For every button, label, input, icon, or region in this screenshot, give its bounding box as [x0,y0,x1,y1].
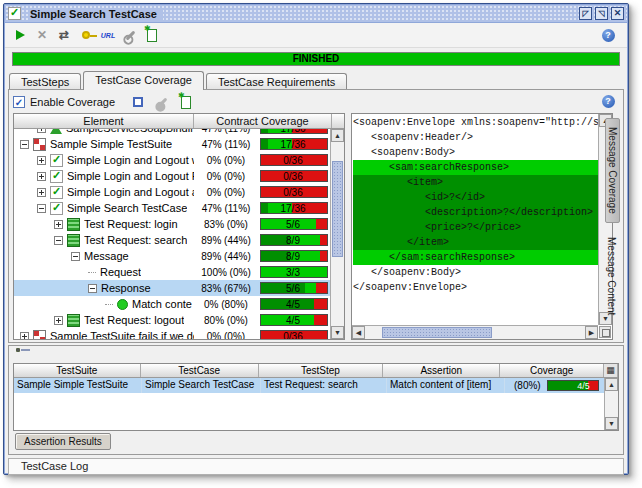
tree-row[interactable]: Match conte0% (80%)4/5 [14,296,330,312]
help-button[interactable]: ? [599,26,617,44]
settings-button[interactable] [121,26,139,44]
xml-line: <sam:searchResponse> [353,160,598,175]
tree-row-percentage: 47% (11%) [194,203,258,214]
xml-line: <description>?</description> [353,205,598,220]
scroll-down-icon[interactable]: ▼ [605,417,618,430]
tree-row[interactable]: Sample TestSuite fails if we don't0% (0%… [14,328,330,339]
expand-icon[interactable] [37,172,46,181]
assertion-list-icon[interactable] [16,349,30,362]
side-tab-message-content[interactable]: Message Content [605,229,618,323]
column-header-testsuite[interactable]: TestSuite [14,364,141,377]
expand-icon[interactable] [37,129,46,133]
auth-button[interactable] [77,26,95,44]
maximize-button[interactable]: ◹ [595,7,608,20]
tree-row[interactable]: Simple Login and Logout Prop0% (0%)0/36 [14,168,330,184]
enable-coverage-checkbox[interactable]: ✓ [13,96,25,108]
table-options-icon[interactable] [604,364,618,377]
column-header-teststep[interactable]: TestStep [259,364,384,377]
scroll-up-icon[interactable]: ▲ [331,129,344,142]
close-button[interactable]: ✕ [611,7,624,20]
column-header-assertion[interactable]: Assertion [383,364,500,377]
configure-wrench-icon [157,97,167,107]
collapse-icon[interactable] [37,204,46,213]
xml-editor[interactable]: <soapenv:Envelope xmlns:soapenv="http://… [353,115,598,325]
expand-icon[interactable] [37,188,46,197]
tree-row[interactable]: Test Request: login83% (0%)5/6 [14,216,330,232]
side-tab-message-coverage[interactable]: Message Coverage [605,118,620,223]
tree-row[interactable]: Request100% (0%)3/3 [14,264,330,280]
tree-row-coverage-cell: 8/9 [258,234,330,246]
expand-icon[interactable] [37,156,46,165]
stop-button[interactable] [129,93,147,111]
expand-icon[interactable] [54,220,63,229]
coverage-panel: ✓ Enable Coverage ? Element Contract Cov… [8,89,624,343]
tree-row-label: SampleServiceSoapBinding [66,129,194,134]
expand-icon[interactable] [20,332,29,340]
column-header-coverage[interactable]: Coverage [500,364,604,377]
coverage-bar: 5/6 [260,218,328,230]
endpoint-button[interactable]: URL [99,26,117,44]
scroll-up-icon[interactable]: ▲ [605,378,618,391]
tree-row[interactable]: SampleServiceSoapBinding47% (11%)17/36 [14,129,330,136]
assertions-panel: TestSuiteTestCaseTestStepAssertionCovera… [8,345,624,455]
tree-vertical-scrollbar[interactable]: ▲ ▼ [330,129,344,339]
tab-testcase-coverage[interactable]: TestCase Coverage [83,71,204,90]
coverage-bar-value: 4/5 [261,299,325,310]
run-button[interactable] [11,26,29,44]
coverage-help-button[interactable]: ? [599,92,617,110]
tree-row[interactable]: Test Request: search89% (44%)8/9 [14,232,330,248]
tree-row[interactable]: Test Request: logout80% (0%)4/5 [14,312,330,328]
tree-row[interactable]: Response83% (67%)5/6 [14,280,330,296]
tree-row[interactable]: Simple Search TestCase47% (11%)17/36 [14,200,330,216]
scroll-down-icon[interactable]: ▼ [331,326,344,339]
testcase-icon [50,202,63,215]
tree-row-element-cell: Test Request: search [14,234,194,247]
tree-row-percentage: 47% (11%) [194,129,258,134]
title-bar[interactable]: Simple Search TestCase ◸ ◹ ✕ [5,5,627,23]
tree-row[interactable]: Simple Login and Logout and I0% (0%)0/36 [14,184,330,200]
coverage-bar: 8/9 [260,250,328,262]
coverage-bar-value: 4/5 [548,381,596,391]
collapse-icon[interactable] [88,284,97,293]
scroll-left-icon[interactable]: ◀ [352,326,365,339]
xml-line: <item> [353,175,598,190]
cancel-button[interactable]: ✕ [33,26,51,44]
element-column-header[interactable]: Element [14,114,194,128]
export-button[interactable] [177,93,195,111]
create-button[interactable] [143,26,161,44]
tab-testcase-requirements[interactable]: TestCase Requirements [206,73,347,90]
scroll-right-icon[interactable]: ▶ [585,326,598,339]
assertion-results-button[interactable]: Assertion Results [15,433,111,450]
coverage-bar-value: 5/6 [261,283,325,294]
assertions-scrollbar[interactable]: ▲ ▼ [604,378,618,430]
collapse-icon[interactable] [20,140,29,149]
expand-icon[interactable] [54,316,63,325]
tree-row-element-cell: Test Request: logout [14,314,194,327]
coverage-bar: 17/36 [260,138,328,150]
tree-row-element-cell: Simple Login and Logout w. Pr [14,154,194,167]
testcase-log-bar[interactable]: TestCase Log [8,458,624,475]
contract-coverage-column-header[interactable]: Contract Coverage [194,114,332,128]
collapse-icon[interactable] [54,236,63,245]
tab-teststeps[interactable]: TestSteps [9,73,81,90]
collapse-icon[interactable] [71,252,80,261]
coverage-bar-value: 0/36 [261,171,325,182]
request-icon [67,218,80,231]
coverage-toolbar: ✓ Enable Coverage [13,92,619,112]
unfloat-button[interactable]: ◸ [579,7,592,20]
assertion-row[interactable]: Sample Simple TestSuiteSimple Search Tes… [14,378,618,393]
tree-row[interactable]: Sample Simple TestSuite47% (11%)17/36 [14,136,330,152]
new-document-icon [147,29,157,42]
tree-scroll-thumb[interactable] [332,161,343,257]
coverage-bar-value: 0/36 [261,155,325,166]
loop-button[interactable]: ⇄ [55,26,73,44]
column-header-testcase[interactable]: TestCase [141,364,259,377]
coverage-bar: 8/9 [260,234,328,246]
xml-hscroll-thumb[interactable] [382,327,492,338]
tree-row[interactable]: Message89% (44%)8/9 [14,248,330,264]
tree-row[interactable]: Simple Login and Logout w. Pr0% (0%)0/36 [14,152,330,168]
configure-button[interactable] [153,93,171,111]
loop-icon: ⇄ [59,28,69,42]
xml-horizontal-scrollbar[interactable]: ◀ ▶ [352,325,598,339]
testsuite-icon [33,138,46,151]
